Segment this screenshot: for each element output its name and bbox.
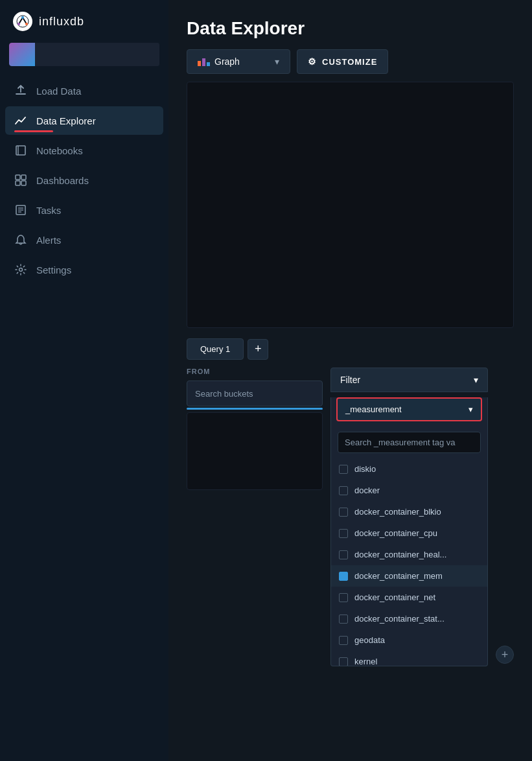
sidebar-item-label-dashboards: Dashboards [36, 175, 89, 186]
customize-button[interactable]: ⚙ CUSTOMIZE [297, 49, 388, 74]
sidebar-item-label-data-explorer: Data Explorer [36, 115, 96, 126]
search-buckets-wrap[interactable] [187, 380, 323, 406]
sidebar-item-tasks[interactable]: Tasks [5, 196, 163, 224]
measurement-checkbox-diskio [339, 465, 348, 474]
svg-point-14 [19, 268, 23, 272]
from-label: FROM [187, 368, 323, 375]
alerts-icon [14, 233, 27, 246]
measurement-item-docker_container_mem[interactable]: docker_container_mem [331, 565, 487, 587]
sidebar-item-dashboards[interactable]: Dashboards [5, 166, 163, 194]
measurement-item-docker_container_stat[interactable]: docker_container_stat... [331, 608, 487, 629]
measurement-item-docker_container_cpu[interactable]: docker_container_cpu [331, 522, 487, 544]
settings-icon [14, 263, 27, 276]
measurement-item-docker_container_heal[interactable]: docker_container_heal... [331, 544, 487, 565]
measurement-item-docker_container_blkio[interactable]: docker_container_blkio [331, 501, 487, 522]
sidebar-logo: influxdb [0, 0, 168, 43]
add-icon: + [255, 342, 262, 356]
svg-rect-4 [16, 146, 25, 155]
org-bar-fill [35, 43, 159, 66]
svg-point-2 [17, 23, 20, 25]
filter-label: Filter [340, 375, 360, 385]
from-panel: FROM [187, 368, 323, 490]
measurement-item-diskio[interactable]: diskio [331, 458, 487, 480]
measurement-item-kernel[interactable]: kernel [331, 651, 487, 666]
page-title: Data Explorer [187, 18, 514, 39]
graph-label: Graph [214, 56, 240, 67]
query-builder: FROM Filter ▾ _measurement ▾ [187, 368, 514, 666]
measurement-label: _measurement [345, 404, 402, 414]
measurement-item-geodata[interactable]: geodata [331, 629, 487, 651]
sidebar-item-label-alerts: Alerts [36, 235, 61, 246]
filter-chevron-icon: ▾ [474, 375, 478, 385]
filter-header[interactable]: Filter ▾ [330, 368, 488, 392]
measurement-label-docker_container_blkio: docker_container_blkio [354, 507, 480, 517]
active-underline [14, 130, 53, 132]
org-bar-accent [9, 43, 35, 66]
add-filter-button[interactable]: + [496, 646, 514, 664]
customize-label: CUSTOMIZE [322, 57, 377, 67]
query-tabs: Query 1 + [187, 338, 514, 360]
measurement-label-diskio: diskio [354, 464, 480, 474]
gear-icon: ⚙ [308, 56, 317, 67]
sidebar-nav: Load Data Data Explorer Notebooks [0, 76, 168, 284]
org-bar[interactable] [9, 43, 159, 66]
svg-rect-6 [16, 175, 20, 180]
svg-rect-7 [21, 175, 26, 180]
measurement-checkbox-docker_container_cpu [339, 529, 348, 538]
search-buckets-input[interactable] [195, 389, 314, 399]
dashboard-icon [14, 174, 27, 187]
measurement-checkbox-kernel [339, 657, 348, 666]
measurement-label-docker_container_mem: docker_container_mem [354, 571, 480, 581]
measurement-item-docker[interactable]: docker [331, 480, 487, 501]
measurement-label-docker_container_stat: docker_container_stat... [354, 614, 480, 624]
measurement-select[interactable]: _measurement ▾ [336, 397, 482, 421]
measurement-checkbox-docker_container_mem [339, 572, 348, 581]
tasks-icon [14, 204, 27, 217]
upload-icon [14, 84, 27, 97]
measurement-list: diskiodockerdocker_container_blkiodocker… [331, 458, 487, 666]
sidebar-item-notebooks[interactable]: Notebooks [5, 136, 163, 165]
query-tab-1[interactable]: Query 1 [187, 338, 244, 360]
svg-rect-9 [21, 181, 26, 185]
blue-indicator-bar [187, 408, 323, 410]
logo-text: influxdb [39, 15, 84, 29]
measurement-checkbox-docker_container_heal [339, 550, 348, 559]
main-header: Data Explorer [168, 0, 532, 49]
svg-point-3 [25, 23, 28, 25]
sidebar-item-label-settings: Settings [36, 264, 71, 275]
sidebar-item-data-explorer[interactable]: Data Explorer [5, 106, 163, 135]
measurement-label-docker_container_heal: docker_container_heal... [354, 550, 480, 559]
graph-icon [198, 57, 209, 66]
measurement-search [331, 427, 487, 458]
sidebar-item-load-data[interactable]: Load Data [5, 76, 163, 105]
sidebar-item-alerts[interactable]: Alerts [5, 226, 163, 254]
measurement-label-docker_container_net: docker_container_net [354, 592, 480, 602]
graph-button[interactable]: Graph ▾ [187, 49, 290, 74]
chart-area [187, 82, 514, 328]
sidebar-item-label-tasks: Tasks [36, 205, 61, 216]
query-tab-label: Query 1 [200, 344, 230, 354]
measurement-chevron-icon: ▾ [468, 404, 473, 414]
sidebar-item-label-load-data: Load Data [36, 86, 81, 97]
measurement-checkbox-docker_container_stat [339, 615, 348, 624]
sidebar-item-settings[interactable]: Settings [5, 255, 163, 284]
add-query-button[interactable]: + [248, 339, 268, 360]
measurement-checkbox-docker [339, 486, 348, 495]
measurement-label-docker_container_cpu: docker_container_cpu [354, 528, 480, 538]
measurement-item-docker_container_net[interactable]: docker_container_net [331, 587, 487, 608]
main-content: Data Explorer Graph ▾ ⚙ CUSTOMIZE Query … [168, 0, 532, 761]
sidebar-item-label-notebooks: Notebooks [36, 145, 83, 156]
logo-icon [13, 12, 32, 31]
chart-icon [14, 114, 27, 127]
notebook-icon [14, 144, 27, 157]
measurement-label-geodata: geodata [354, 635, 480, 645]
svg-point-1 [21, 16, 24, 19]
measurement-search-input[interactable] [338, 432, 481, 453]
filter-panel: Filter ▾ _measurement ▾ diskiodockerdock… [330, 368, 488, 666]
measurement-label-kernel: kernel [354, 657, 480, 666]
toolbar: Graph ▾ ⚙ CUSTOMIZE [168, 49, 532, 82]
measurement-checkbox-geodata [339, 636, 348, 645]
sidebar: influxdb Load Data Data Explorer [0, 0, 168, 761]
graph-chevron-icon: ▾ [275, 56, 279, 67]
svg-rect-8 [16, 181, 20, 185]
